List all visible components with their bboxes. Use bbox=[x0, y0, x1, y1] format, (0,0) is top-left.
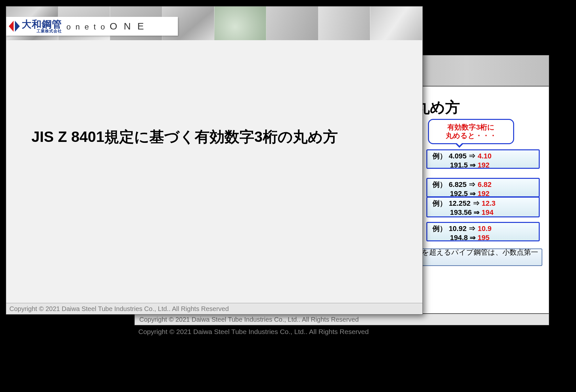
example-result: 10.9 bbox=[478, 225, 491, 233]
copyright-text: Copyright © 2021 Daiwa Steel Tube Indust… bbox=[9, 305, 229, 313]
example-result: 12.3 bbox=[482, 199, 496, 207]
example-label: 例） bbox=[432, 180, 447, 189]
example-input: 12.252 ⇒ bbox=[449, 199, 482, 207]
example-box-2: 例） 6.825 ⇒ 6.82 192.5 ⇒ 192 bbox=[426, 178, 540, 197]
example-label: 例） bbox=[432, 225, 447, 233]
example-label: 例） bbox=[432, 152, 447, 160]
front-body: JIS Z 8401規定に基づく有効数字3桁の丸め方 bbox=[6, 40, 422, 303]
example-result: 192 bbox=[478, 161, 490, 169]
slide-front: 大和鋼管 工業株式会社 o n e t o O N E JIS Z 8401規定… bbox=[6, 6, 423, 315]
example-label: 例） bbox=[432, 199, 447, 207]
example-result: 6.82 bbox=[478, 180, 491, 189]
example-result: 192 bbox=[478, 190, 490, 198]
tagline: o n e t o O N E bbox=[66, 21, 146, 32]
bubble-line1: 有効数字3桁に bbox=[429, 123, 513, 132]
rounding-bubble: 有効数字3桁に 丸めると・・・ bbox=[428, 119, 514, 144]
header-photo bbox=[370, 6, 422, 40]
company-logo-text: 大和鋼管 工業株式会社 bbox=[22, 19, 62, 33]
bubble-line2: 丸めると・・・ bbox=[429, 132, 513, 140]
example-result: 195 bbox=[478, 234, 490, 242]
tagline-big: O N E bbox=[109, 21, 146, 31]
copyright-text: Copyright © 2021 Daiwa Steel Tube Indust… bbox=[139, 316, 359, 323]
header-photo bbox=[318, 6, 371, 40]
back-copyright-bar: Copyright © 2021 Daiwa Steel Tube Indust… bbox=[135, 313, 549, 325]
example-input: 191.5 ⇒ bbox=[450, 161, 478, 169]
front-title: JIS Z 8401規定に基づく有効数字3桁の丸め方 bbox=[31, 127, 338, 147]
example-input: 194.8 ⇒ bbox=[450, 234, 478, 242]
header-photo bbox=[214, 6, 267, 40]
example-input: 193.56 ⇒ bbox=[450, 208, 482, 216]
tagline-small: o n e t o bbox=[66, 22, 106, 31]
back-copyright-outer: Copyright © 2021 Daiwa Steel Tube Indust… bbox=[138, 328, 369, 336]
example-box-4: 例） 10.92 ⇒ 10.9 194.8 ⇒ 195 bbox=[426, 222, 540, 241]
company-name-jp: 大和鋼管 bbox=[22, 19, 62, 29]
example-input: 4.095 ⇒ bbox=[449, 152, 478, 160]
header-photo bbox=[266, 6, 318, 40]
example-input: 10.92 ⇒ bbox=[449, 225, 478, 233]
example-result: 4.10 bbox=[478, 152, 491, 160]
example-box-1: 例） 4.095 ⇒ 4.10 191.5 ⇒ 192 bbox=[426, 149, 540, 169]
company-logo-icon bbox=[9, 21, 20, 32]
company-name-sub: 工業株式会社 bbox=[22, 29, 62, 33]
front-copyright-bar: Copyright © 2021 Daiwa Steel Tube Indust… bbox=[6, 303, 422, 314]
example-box-3: 例） 12.252 ⇒ 12.3 193.56 ⇒ 194 bbox=[426, 197, 540, 217]
example-input: 192.5 ⇒ bbox=[450, 190, 478, 198]
example-result: 194 bbox=[482, 208, 494, 216]
example-input: 6.825 ⇒ bbox=[449, 180, 478, 189]
logo-bar: 大和鋼管 工業株式会社 o n e t o O N E bbox=[6, 17, 178, 36]
